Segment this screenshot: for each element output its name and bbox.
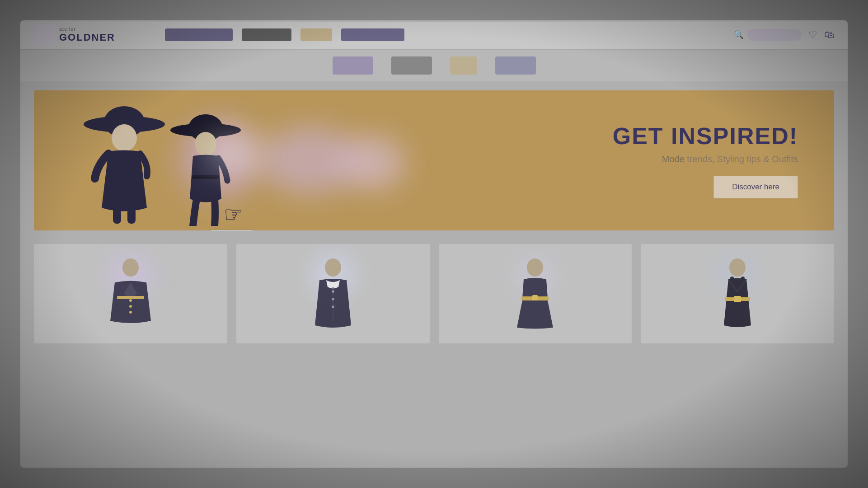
svg-point-9 [122,258,139,277]
click-count-badge: 236 clicks [210,230,253,230]
hero-banner[interactable]: GET INSPIRED! Mode trends, Styling tips … [34,90,834,230]
svg-point-18 [332,305,334,308]
cursor-hand-icon: ☞ [224,202,243,227]
svg-point-16 [332,290,334,293]
svg-rect-26 [741,277,745,282]
product-card-4[interactable] [641,244,834,343]
svg-rect-25 [730,277,734,282]
category-img-3 [450,56,477,75]
category-row [20,50,848,81]
svg-rect-8 [192,175,219,179]
svg-point-14 [325,258,341,277]
logo-atelier: atelier [59,26,115,32]
main-nav [165,28,720,41]
category-img-4 [495,56,536,75]
logo-text: atelier GOLDNER [59,26,115,43]
logo-brand-name: GOLDNER [59,32,115,43]
banner-text-area: GET INSPIRED! Mode trends, Styling tips … [613,122,798,198]
nav-item-1[interactable] [165,28,233,41]
search-bar[interactable] [747,29,802,41]
svg-point-12 [129,311,132,314]
svg-rect-24 [734,296,741,302]
svg-rect-13 [117,296,144,299]
product-figure-4 [710,258,765,330]
logo-icon [34,24,56,46]
product-figure-1 [103,258,158,330]
category-item-2[interactable] [391,56,432,75]
cart-icon[interactable]: 🛍 [824,29,834,41]
svg-point-11 [129,305,132,308]
category-item-1[interactable] [333,56,373,75]
svg-point-19 [527,258,543,277]
search-icon[interactable]: 🔍 [734,30,744,40]
category-img-1 [333,56,373,75]
product-card-3[interactable] [439,244,632,343]
main-content: GET INSPIRED! Mode trends, Styling tips … [20,81,848,468]
wishlist-icon[interactable]: ♡ [808,29,817,41]
banner-subtitle: Mode trends, Styling tips & Outfits [613,154,798,164]
nav-item-3[interactable] [300,28,332,41]
product-card-2[interactable] [236,244,430,343]
category-item-4[interactable] [495,56,536,75]
banner-title: GET INSPIRED! [613,122,798,150]
site-header: atelier GOLDNER 🔍 ♡ 🛍 [20,20,848,50]
svg-point-22 [729,258,746,277]
svg-point-2 [112,124,137,151]
subtitle-prefix: Mode [662,154,685,164]
category-img-2 [391,56,432,75]
browser-window: atelier GOLDNER 🔍 ♡ 🛍 [20,20,848,468]
svg-point-17 [332,298,334,300]
blob-3 [341,136,404,190]
product-row [34,244,834,352]
product-figure-3 [508,258,562,330]
svg-point-10 [129,299,132,302]
glow-center [206,136,260,172]
search-area: 🔍 [734,29,802,41]
nav-item-4[interactable] [341,28,404,41]
category-item-3[interactable] [450,56,477,75]
product-figure-2 [306,258,360,330]
logo[interactable]: atelier GOLDNER [34,24,115,46]
svg-rect-4 [127,208,136,224]
header-actions: 🔍 ♡ 🛍 [734,29,834,41]
svg-rect-3 [113,208,121,224]
product-card-1[interactable] [34,244,227,343]
subtitle-rest: trends, Styling tips & Outfits [685,154,798,164]
discover-button[interactable]: Discover here [713,176,798,198]
nav-item-2[interactable] [242,28,291,41]
